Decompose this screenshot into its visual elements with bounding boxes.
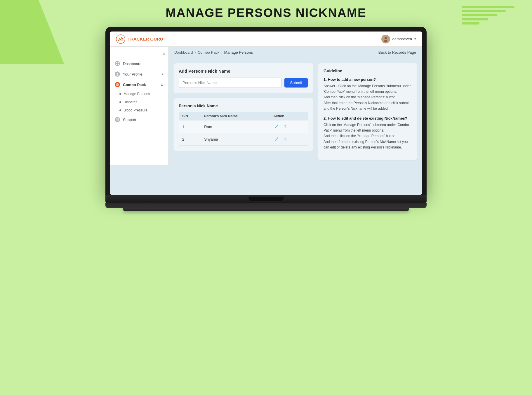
nick-name-input[interactable]	[179, 78, 281, 88]
app-logo: TRACKER GURU	[116, 34, 163, 44]
breadcrumb-combo[interactable]: Combo Pack	[198, 50, 219, 55]
app-header: TRACKER GURU demoseven ▾	[110, 32, 422, 47]
user-name: demoseven	[392, 37, 412, 41]
sidebar-sub-item-manage-persons[interactable]: Manage Persons	[119, 90, 168, 98]
page-title: MANAGE PERSONS NICKNAME	[166, 6, 366, 20]
chevron-down-icon: ▾	[414, 37, 416, 41]
add-form: Submit	[179, 78, 308, 88]
breadcrumb-dashboard[interactable]: Dashboard	[174, 50, 193, 55]
guideline-title: Guideline	[324, 69, 412, 73]
logo-text: TRACKER GURU	[128, 36, 163, 41]
sidebar-item-profile[interactable]: Your Profile ▾	[110, 69, 168, 79]
table-title: Person's Nick Name	[179, 104, 308, 108]
col-name: Person's Nick Name	[201, 112, 270, 120]
breadcrumb-sep-2: ›	[221, 50, 222, 55]
guideline-a-2: Click on the 'Manage Persons' submenu un…	[324, 122, 412, 150]
row-2-name: Shyama	[201, 133, 270, 146]
breadcrumb-bar: Dashboard › Combo Pack › Manage Persons …	[168, 47, 422, 58]
sidebar-item-support[interactable]: Support	[110, 114, 168, 125]
delete-icon-2[interactable]	[282, 136, 288, 142]
sidebar-item-label-combo: Combo Pack	[123, 83, 157, 87]
persons-table: S/N Person's Nick Name Action 1	[179, 112, 308, 146]
back-to-records-link[interactable]: Back to Records Page	[378, 50, 416, 55]
sidebar: « Dashboard Your Profile	[110, 47, 168, 165]
user-menu[interactable]: demoseven ▾	[381, 35, 416, 43]
laptop-notch	[248, 197, 284, 201]
guideline-section-2: 2. How to edit and delete existing NickN…	[324, 116, 412, 150]
laptop-base	[105, 195, 427, 203]
add-form-title: Add Person's Nick Name	[179, 69, 308, 74]
row-1-sn: 1	[179, 120, 201, 133]
persons-table-card: Person's Nick Name S/N Person's Nick Nam…	[173, 98, 313, 151]
sidebar-toggle[interactable]: «	[110, 50, 168, 58]
row-1-name: Ram	[201, 120, 270, 133]
laptop-stand	[105, 203, 427, 208]
sidebar-sub-label-diabetes: Diabetes	[124, 100, 137, 104]
breadcrumb-current: Manage Persons	[224, 50, 253, 55]
table-body: 1 Ram	[179, 120, 308, 146]
sidebar-item-label-dashboard: Dashboard	[123, 62, 164, 66]
combo-expand-icon: ▲	[160, 83, 164, 86]
svg-rect-4	[118, 62, 119, 63]
delete-icon-1[interactable]	[282, 123, 288, 130]
table-header: S/N Person's Nick Name Action	[179, 112, 308, 120]
sub-dot-diabetes	[119, 101, 121, 103]
guideline-a-1: Answer - Click on the 'Manage Persons' s…	[324, 83, 412, 111]
breadcrumb-sep-1: ›	[195, 50, 196, 55]
laptop-screen: TRACKER GURU demoseven ▾	[110, 32, 422, 195]
table-row: 2 Shyama	[179, 133, 308, 146]
combo-icon: $	[115, 82, 120, 87]
sidebar-item-label-support: Support	[123, 118, 164, 122]
svg-point-7	[117, 73, 118, 75]
right-panel: Guideline 1. How to add a new person? An…	[318, 63, 417, 160]
bg-decoration	[462, 6, 520, 41]
guideline-q-1: 1. How to add a new person?	[324, 77, 412, 82]
svg-point-1	[385, 37, 387, 39]
sidebar-sub-label-manage: Manage Persons	[124, 92, 150, 96]
sub-dot-bp	[119, 109, 121, 111]
submit-button[interactable]: Submit	[284, 78, 308, 88]
row-2-action	[270, 133, 308, 146]
svg-rect-6	[118, 64, 119, 65]
sidebar-sub-item-blood-pressure[interactable]: Blood Pressure	[119, 106, 168, 114]
guideline-q-2: 2. How to edit and delete existing NickN…	[324, 116, 412, 120]
laptop-bezel: TRACKER GURU demoseven ▾	[105, 27, 427, 195]
add-form-card: Add Person's Nick Name Submit	[173, 63, 313, 93]
row-1-action	[270, 120, 308, 133]
main-content: Dashboard › Combo Pack › Manage Persons …	[168, 47, 422, 165]
support-icon	[115, 117, 120, 122]
svg-rect-5	[116, 64, 117, 65]
dashboard-icon	[115, 61, 120, 66]
left-panel: Add Person's Nick Name Submit Person's N…	[173, 63, 313, 160]
breadcrumb: Dashboard › Combo Pack › Manage Persons	[174, 50, 253, 55]
svg-text:$: $	[117, 84, 118, 86]
row-2-sn: 2	[179, 133, 201, 146]
guideline-card: Guideline 1. How to add a new person? An…	[318, 63, 417, 160]
sidebar-sub-label-bp: Blood Pressure	[124, 108, 147, 112]
table-row: 1 Ram	[179, 120, 308, 133]
svg-point-8	[117, 75, 119, 76]
avatar	[381, 35, 390, 43]
laptop-frame: TRACKER GURU demoseven ▾	[105, 27, 427, 211]
laptop-foot	[123, 208, 409, 211]
sub-dot-manage	[119, 93, 121, 95]
sidebar-sub-item-diabetes[interactable]: Diabetes	[119, 98, 168, 106]
edit-icon-1[interactable]	[273, 123, 280, 130]
content-area: Add Person's Nick Name Submit Person's N…	[168, 58, 422, 165]
col-sn: S/N	[179, 112, 201, 120]
col-action: Action	[270, 112, 308, 120]
sidebar-submenu: Manage Persons Diabetes Blood Pressure	[110, 90, 168, 114]
svg-point-2	[384, 40, 387, 42]
profile-icon	[115, 71, 120, 77]
sidebar-item-combo[interactable]: $ Combo Pack ▲	[110, 79, 168, 90]
app-body: « Dashboard Your Profile	[110, 47, 422, 165]
svg-rect-3	[116, 62, 117, 63]
collapse-icon[interactable]: «	[163, 51, 165, 56]
sidebar-item-dashboard[interactable]: Dashboard	[110, 58, 168, 69]
logo-icon	[116, 34, 125, 44]
sidebar-item-label-profile: Your Profile	[123, 72, 159, 76]
guideline-section-1: 1. How to add a new person? Answer - Cli…	[324, 77, 412, 111]
profile-expand-icon: ▾	[162, 72, 164, 76]
edit-icon-2[interactable]	[273, 136, 280, 142]
